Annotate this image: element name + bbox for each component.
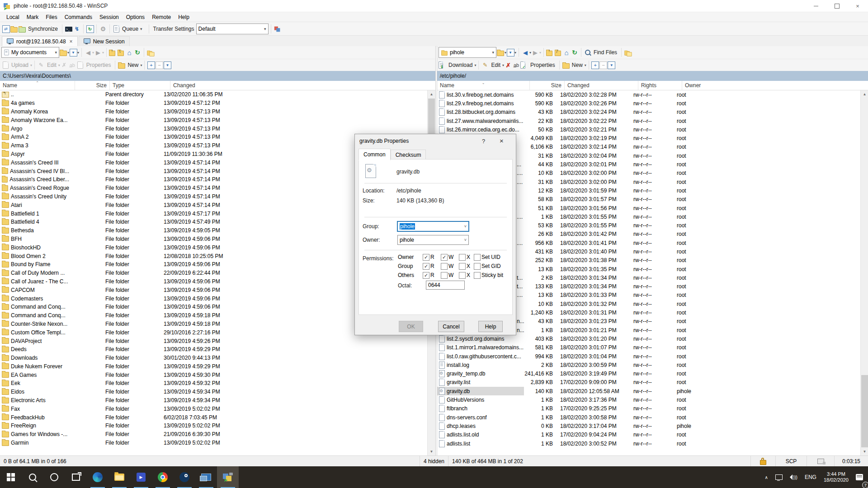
special-checkbox[interactable] xyxy=(474,263,481,270)
remote-root-directory-icon[interactable]: / xyxy=(554,48,562,56)
remote-file-row[interactable]: ftlbranch 1 KB 17/02/2020 9:25:25 PM rw-… xyxy=(437,404,861,413)
local-file-row[interactable]: 4a games File folder 13/09/2019 4:57:12 … xyxy=(0,99,428,108)
edge-icon[interactable] xyxy=(87,466,108,488)
remote-properties-icon[interactable]: ✓ xyxy=(520,61,528,69)
copy-remote-path-icon[interactable] xyxy=(146,48,155,56)
menu-mark[interactable]: Mark xyxy=(23,12,42,22)
tray-overflow-icon[interactable]: ∧ xyxy=(762,468,771,486)
file-custom-command-icon[interactable]: ↯ xyxy=(73,25,81,33)
remote-open-directory-icon[interactable] xyxy=(496,48,505,56)
group-combo[interactable]: pihole ˅ xyxy=(397,221,469,231)
start-button[interactable] xyxy=(0,466,22,488)
search-icon[interactable] xyxy=(22,466,43,488)
read-checkbox[interactable] xyxy=(423,272,429,279)
steam-icon[interactable] xyxy=(174,466,195,488)
local-file-row[interactable]: Duke Nukem Forever File folder 13/09/201… xyxy=(0,362,428,371)
remote-scroll-down-icon[interactable]: ▼ xyxy=(861,448,868,455)
local-file-row[interactable]: Deeds File folder 13/09/2019 4:59:29 PM xyxy=(0,345,428,354)
remote-file-row[interactable]: gravity.list 2,839 KB 17/02/2020 9:09:00… xyxy=(437,378,861,387)
remote-file-row[interactable]: list.1.mirror1.malwaredomains... 581 KB … xyxy=(437,343,861,352)
remote-delete-icon[interactable]: ✗ xyxy=(504,61,512,69)
server-cell[interactable] xyxy=(807,456,835,467)
remote-home-directory-icon[interactable]: ⌂ xyxy=(562,48,571,56)
preferences-gear-icon[interactable]: ⚙ xyxy=(99,25,107,33)
open-directory-icon[interactable] xyxy=(59,48,67,56)
remote-header-owner[interactable]: Owner xyxy=(682,81,868,90)
local-header-type[interactable]: Type xyxy=(110,81,170,90)
close-button[interactable]: × xyxy=(847,0,868,12)
special-checkbox[interactable] xyxy=(474,254,481,261)
synchronize-icon[interactable] xyxy=(18,25,26,33)
queue-icon[interactable] xyxy=(112,25,120,33)
language-indicator[interactable]: ENG xyxy=(802,468,820,486)
remote-edit-button[interactable]: Edit xyxy=(489,60,502,70)
local-header-size[interactable]: Size xyxy=(75,81,110,90)
local-header-name[interactable]: ⌃Name xyxy=(0,81,75,90)
encryption-cell[interactable] xyxy=(751,456,776,467)
local-file-row[interactable]: Downloads File folder 30/01/2020 9:44:13… xyxy=(0,354,428,362)
select-plus-icon[interactable]: + xyxy=(147,61,155,69)
remote-scroll-up-icon[interactable]: ▲ xyxy=(861,90,868,98)
cancel-button[interactable]: Cancel xyxy=(438,321,464,332)
read-checkbox[interactable] xyxy=(423,263,429,270)
remote-file-row[interactable]: list.0.raw.githubusercontent.c... 994 KB… xyxy=(437,352,861,361)
local-file-row[interactable]: Games for Windows -... File folder 21/09… xyxy=(0,430,428,439)
find-files-button[interactable]: Find Files xyxy=(592,47,619,58)
local-file-row[interactable]: FeedbackHub File folder 6/02/2018 7:03:4… xyxy=(0,413,428,422)
winscp-taskbar-icon[interactable]: ➤ xyxy=(217,466,239,488)
minimize-button[interactable] xyxy=(806,0,826,12)
local-file-row[interactable]: Fax File folder 13/09/2019 5:02:02 PM xyxy=(0,404,428,413)
synchronize-remote-icon[interactable]: ↻ xyxy=(86,25,94,33)
remote-file-row[interactable]: list.30.v.firebog.net.domains 590 KB 18/… xyxy=(437,90,861,99)
synchronize-button[interactable]: Synchronize xyxy=(26,23,60,34)
menu-help[interactable]: Help xyxy=(175,12,193,22)
new-icon[interactable] xyxy=(118,61,126,69)
tab-new-session[interactable]: New Session xyxy=(79,36,130,47)
remote-directory-combo[interactable]: pihole ▾ xyxy=(439,47,496,58)
close-session-icon[interactable]: × xyxy=(70,38,73,45)
remote-file-row[interactable]: adlists.list 1 KB 18/02/2020 3:00:52 PM … xyxy=(437,439,861,448)
download-icon[interactable]: ⇓ xyxy=(439,61,447,69)
local-file-row[interactable]: Eek File folder 13/09/2019 4:59:32 PM xyxy=(0,379,428,388)
home-directory-icon[interactable]: ⌂ xyxy=(125,48,133,56)
local-scroll-up-icon[interactable]: ▲ xyxy=(428,90,435,98)
cortana-icon[interactable] xyxy=(43,466,65,488)
menu-commands[interactable]: Commands xyxy=(61,12,96,22)
remote-path-bar[interactable]: /etc/pihole/ xyxy=(437,71,868,81)
remote-file-row[interactable]: gravity_temp.db 241,416 KB 18/02/2020 3:… xyxy=(437,370,861,378)
network-icon[interactable] xyxy=(772,468,786,486)
remote-select-minus-icon[interactable]: − xyxy=(599,61,608,69)
help-button[interactable]: Help xyxy=(478,321,503,332)
movies-tv-icon[interactable]: ▶ xyxy=(130,466,152,488)
remote-copy-path-icon[interactable] xyxy=(624,48,632,56)
read-checkbox[interactable] xyxy=(423,254,429,261)
queue-dropdown-arrow[interactable]: ▾ xyxy=(140,27,142,31)
write-checkbox[interactable] xyxy=(441,254,448,261)
local-file-row[interactable]: Argo File folder 13/09/2019 4:57:13 PM xyxy=(0,124,428,133)
remote-file-row[interactable]: dhcp.leases 0 KB 18/02/2020 3:17:04 PM r… xyxy=(437,422,861,430)
parent-directory-icon[interactable]: ↑ xyxy=(109,48,117,56)
execute-checkbox[interactable] xyxy=(459,272,466,279)
local-header-changed[interactable]: Changed xyxy=(170,81,435,90)
remote-header-name[interactable]: ⌄Name xyxy=(437,81,530,90)
chrome-icon[interactable] xyxy=(152,466,174,488)
execute-checkbox[interactable] xyxy=(459,263,466,270)
menu-local[interactable]: Local xyxy=(3,12,23,22)
special-checkbox[interactable] xyxy=(474,272,481,279)
local-path-bar[interactable]: C:\Users\Vexira\Documents\ xyxy=(0,71,435,81)
sync-browsing-icon[interactable] xyxy=(10,25,18,33)
remote-new-button[interactable]: New xyxy=(570,60,585,70)
remote-file-row[interactable]: list.29.v.firebog.net.domains 590 KB 18/… xyxy=(437,99,861,108)
local-directory-combo[interactable]: My documents ▾ xyxy=(1,47,59,58)
owner-combo[interactable]: pihole ˅ xyxy=(397,235,469,245)
task-view-icon[interactable] xyxy=(65,466,87,488)
clock[interactable]: 3:44 PM18/02/2020 xyxy=(821,468,852,486)
dialog-help-icon[interactable]: ? xyxy=(482,138,485,145)
menu-files[interactable]: Files xyxy=(42,12,61,22)
dialog-close-icon[interactable]: × xyxy=(500,137,504,145)
volume-icon[interactable]: ))) xyxy=(787,468,801,486)
local-file-row[interactable]: .. Parent directory 13/02/2020 11:06:35 … xyxy=(0,90,428,99)
tab-common[interactable]: Common xyxy=(359,149,391,160)
remote-scroll-thumb[interactable] xyxy=(861,375,868,447)
remote-desktop-icon[interactable] xyxy=(195,466,217,488)
